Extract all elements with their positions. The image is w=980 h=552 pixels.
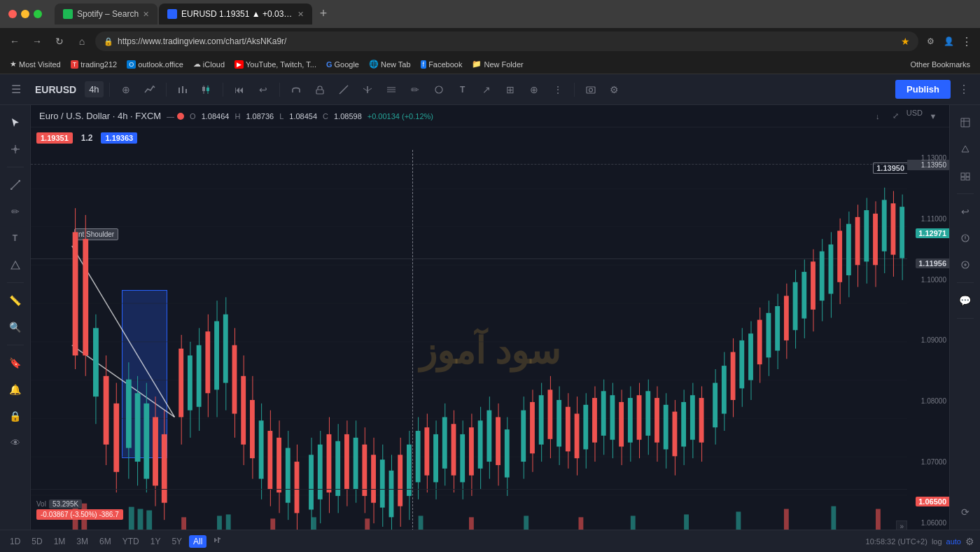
chart-type-icon[interactable] — [209, 534, 227, 548]
tab-tv-close[interactable]: ✕ — [298, 10, 304, 19]
lock-tool[interactable]: 🔒 — [4, 404, 27, 428]
timeframe-5d[interactable]: 5D — [27, 535, 46, 548]
right-panel-btn6[interactable] — [953, 253, 977, 277]
svg-rect-239 — [966, 173, 969, 177]
expand-chart-btn[interactable]: ⤢ — [888, 109, 904, 124]
replay-btn[interactable]: ⏮ — [229, 79, 250, 100]
minimize-button[interactable] — [21, 10, 29, 18]
patterns-tool[interactable] — [4, 253, 27, 277]
indicator-btn[interactable] — [139, 79, 160, 100]
shapes-btn[interactable] — [428, 79, 449, 100]
bookmark-newtab[interactable]: 🌐 New Tab — [365, 58, 415, 70]
text-btn[interactable]: T — [452, 79, 473, 100]
svg-rect-188 — [775, 306, 780, 351]
svg-line-12 — [363, 88, 368, 91]
arrow-btn[interactable]: ↗ — [476, 79, 497, 100]
timeframe-3m[interactable]: 3M — [72, 535, 92, 548]
timeframe-6m[interactable]: 6M — [95, 535, 115, 548]
trendline-tool[interactable] — [4, 173, 27, 197]
expand-time-btn[interactable]: » — [896, 520, 907, 530]
go-to-date[interactable]: 🔖 — [4, 351, 27, 375]
right-panel-btn3[interactable] — [953, 164, 977, 188]
bar-chart-btn[interactable] — [172, 79, 193, 100]
text-tool[interactable]: T — [4, 226, 27, 250]
right-panel-btn7[interactable]: 💬 — [953, 289, 977, 312]
right-panel-btn1[interactable] — [953, 111, 977, 134]
trendline-btn[interactable] — [333, 79, 354, 100]
bookmark-icloud[interactable]: ☁ iCloud — [189, 58, 229, 70]
bookmark-youtube[interactable]: ▶ YouTube, Twitch, T... — [230, 59, 321, 70]
right-panel-btn5[interactable] — [953, 226, 977, 250]
timeframe-all[interactable]: All — [189, 535, 206, 548]
auto-button[interactable]: auto — [946, 537, 961, 546]
measure-btn[interactable]: ⊞ — [500, 79, 521, 100]
right-panel-btn4[interactable]: ↩ — [953, 200, 977, 223]
tab-tradingview[interactable]: EURUSD 1.19351 ▲ +0.03% Un... ✕ — [159, 4, 312, 25]
maximize-button[interactable] — [34, 10, 42, 18]
svg-rect-92 — [335, 441, 340, 496]
address-bar[interactable]: 🔒 https://www.tradingview.com/chart/AksN… — [95, 32, 918, 51]
home-button[interactable]: ⌂ — [73, 32, 91, 50]
currency-dropdown[interactable]: ▼ — [925, 109, 941, 124]
scroll-down-btn[interactable]: ↓ — [870, 109, 886, 124]
close-button[interactable] — [8, 10, 17, 18]
timeframe-1y[interactable]: 1Y — [146, 535, 165, 548]
settings-gear-btn[interactable]: ⚙ — [965, 536, 974, 547]
right-panel-btn2[interactable] — [953, 137, 977, 161]
trash-tool[interactable]: 👁 — [4, 431, 27, 455]
vol-value-badge: 53.295K — [49, 499, 82, 509]
svg-rect-208 — [864, 210, 869, 261]
undo-btn[interactable]: ↩ — [253, 79, 274, 100]
svg-rect-128 — [496, 417, 500, 464]
timeframe-1m[interactable]: 1M — [50, 535, 70, 548]
crosshair-tool[interactable] — [4, 137, 27, 161]
settings-btn[interactable]: ⚙ — [604, 79, 625, 100]
candlestick-btn[interactable] — [196, 79, 217, 100]
svg-rect-96 — [354, 438, 358, 489]
brush-btn[interactable]: ✏ — [405, 79, 426, 100]
svg-rect-222 — [181, 517, 186, 530]
timeframe-1d[interactable]: 1D — [6, 535, 24, 548]
forward-button[interactable]: → — [28, 32, 46, 50]
bookmark-facebook[interactable]: f Facebook — [416, 59, 467, 70]
log-button[interactable]: log — [932, 537, 942, 546]
tab-spotify[interactable]: Spotify – Search ✕ — [55, 4, 158, 25]
zoom-btn[interactable]: ⊕ — [524, 79, 545, 100]
bookmark-star[interactable]: ★ — [901, 36, 910, 47]
fibonacci-btn[interactable] — [381, 79, 402, 100]
tab-spotify-close[interactable]: ✕ — [143, 10, 149, 19]
pitchfork-btn[interactable] — [357, 79, 378, 100]
cursor-tool[interactable] — [4, 111, 27, 134]
more-menu-btn[interactable]: ⋮ — [953, 79, 974, 100]
publish-button[interactable]: Publish — [895, 80, 951, 99]
alert-tool[interactable]: 🔔 — [4, 378, 27, 401]
lock-scale-btn[interactable] — [309, 79, 330, 100]
timeframe-selector[interactable]: 4h — [85, 81, 103, 97]
menu-icon[interactable]: ⋮ — [959, 34, 974, 49]
zoom-tool[interactable]: 🔍 — [4, 315, 27, 339]
magnet-btn[interactable] — [286, 79, 307, 100]
bookmark-google[interactable]: G Google — [322, 59, 363, 70]
right-panel-btn8[interactable]: ⟳ — [953, 500, 977, 524]
back-button[interactable]: ← — [6, 32, 24, 50]
reload-button[interactable]: ↻ — [50, 32, 69, 50]
compare-btn[interactable]: ⊕ — [115, 79, 136, 100]
pencil-tool[interactable]: ✏ — [4, 200, 27, 223]
extensions-icon[interactable]: ⚙ — [923, 34, 938, 49]
more-tools-btn[interactable]: ⋮ — [547, 79, 568, 100]
symbol-label[interactable]: EURUSD — [29, 81, 82, 98]
bookmark-outlook[interactable]: O outlook.office — [122, 59, 188, 70]
screenshot-btn[interactable] — [580, 79, 601, 100]
bookmark-most-visited[interactable]: ★ Most Visited — [6, 58, 65, 70]
bookmark-trading212[interactable]: T trading212 — [66, 59, 122, 70]
new-tab-button[interactable]: + — [314, 4, 333, 23]
bookmark-other[interactable]: Other Bookmarks — [906, 59, 974, 70]
profile-icon[interactable]: 👤 — [941, 34, 956, 49]
bookmark-newfolder[interactable]: 📁 New Folder — [468, 58, 527, 70]
chart-canvas-area[interactable]: سود آموز nt Shoulder — [31, 150, 949, 530]
hamburger-menu[interactable]: ☰ — [6, 79, 27, 100]
svg-rect-52 — [144, 403, 149, 479]
timeframe-ytd[interactable]: YTD — [118, 535, 144, 548]
timeframe-5y[interactable]: 5Y — [167, 535, 186, 548]
measure-tool[interactable]: 📏 — [4, 289, 27, 312]
